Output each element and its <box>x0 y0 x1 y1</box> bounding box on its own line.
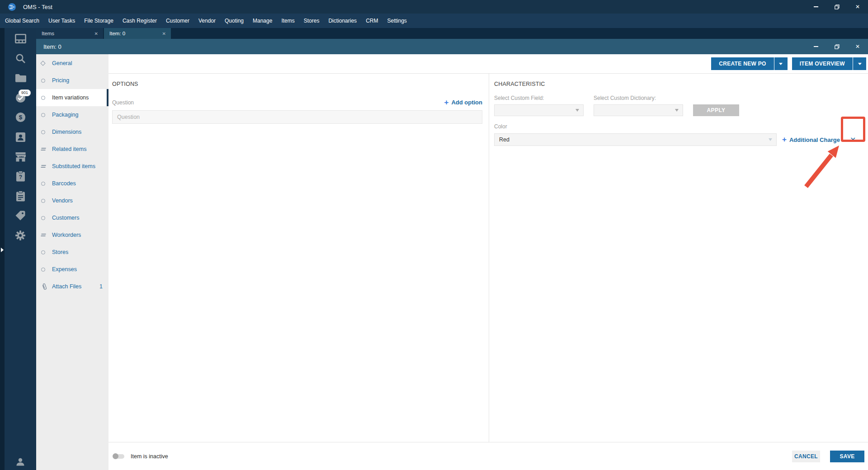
window-titlebar: OMS - Test ✕ <box>0 0 868 14</box>
plus-icon: + <box>444 99 448 106</box>
nav-item-expenses[interactable]: Expenses <box>36 261 108 278</box>
nav-item-pricing[interactable]: Pricing <box>36 72 108 89</box>
save-button[interactable]: SAVE <box>830 451 864 462</box>
color-label: Color <box>494 123 868 130</box>
menu-item-manage[interactable]: Manage <box>248 14 277 28</box>
item-overview-dropdown-icon[interactable] <box>853 57 866 70</box>
nav-item-related-items[interactable]: Related items <box>36 141 108 158</box>
item-overview-split-button: ITEM OVERVIEW <box>792 57 866 70</box>
tags-icon[interactable] <box>5 206 36 226</box>
create-new-po-dropdown-icon[interactable] <box>774 57 788 70</box>
attach-files-count: 1 <box>99 283 103 290</box>
menu-bar: Global SearchUser TasksFile StorageCash … <box>0 14 868 28</box>
chevron-down-icon <box>576 109 579 112</box>
menu-item-global-search[interactable]: Global Search <box>0 14 44 28</box>
circle-icon <box>41 199 52 203</box>
window-title: OMS - Test <box>23 4 52 10</box>
close-icon[interactable]: ✕ <box>847 0 868 14</box>
store-icon[interactable] <box>5 147 36 167</box>
money-icon[interactable]: $ <box>5 108 36 127</box>
color-select-value: Red <box>499 136 509 143</box>
nav-item-label: Pricing <box>52 77 69 84</box>
menu-item-stores[interactable]: Stores <box>299 14 324 28</box>
add-option-link[interactable]: + Add option <box>444 99 482 106</box>
nav-item-workorders[interactable]: Workorders <box>36 226 108 244</box>
tasks-check-icon[interactable]: 901 <box>5 88 36 108</box>
nav-item-customers[interactable]: Customers <box>36 209 108 226</box>
menu-item-quoting[interactable]: Quoting <box>220 14 248 28</box>
subwindow-minimize-icon[interactable] <box>806 39 826 54</box>
search-icon[interactable] <box>5 49 36 69</box>
menu-item-user-tasks[interactable]: User Tasks <box>44 14 80 28</box>
circle-icon <box>41 130 52 134</box>
nav-item-attach-files[interactable]: Attach Files1 <box>36 278 108 295</box>
icon-sidebar: 901$? <box>0 28 36 470</box>
menu-item-dictionaries[interactable]: Dictionaries <box>324 14 361 28</box>
custom-dictionary-select[interactable] <box>594 104 683 116</box>
minimize-icon[interactable] <box>806 0 826 14</box>
nav-item-stores[interactable]: Stores <box>36 244 108 261</box>
remove-characteristic-icon[interactable]: ✕ <box>847 135 859 145</box>
nav-item-dimensions[interactable]: Dimensions <box>36 123 108 141</box>
nav-item-label: Barcodes <box>52 180 76 187</box>
inquiry-clipboard-icon[interactable]: ? <box>5 167 36 187</box>
orders-clipboard-icon[interactable] <box>5 186 36 206</box>
subwindow-restore-icon[interactable] <box>826 39 847 54</box>
dashboard-icon[interactable] <box>5 29 36 49</box>
nav-item-label: Customers <box>52 215 79 221</box>
menu-item-file-storage[interactable]: File Storage <box>80 14 118 28</box>
settings-gear-icon[interactable] <box>5 226 36 245</box>
nav-item-label: Attach Files <box>52 283 81 290</box>
nav-item-vendors[interactable]: Vendors <box>36 192 108 209</box>
tab-close-icon[interactable]: ✕ <box>93 31 99 36</box>
nav-item-item-variations[interactable]: Item variations <box>36 89 108 106</box>
nav-item-general[interactable]: General <box>36 55 108 72</box>
nav-item-substituted-items[interactable]: Substituted items <box>36 158 108 175</box>
color-select[interactable]: Red <box>494 133 777 146</box>
nav-item-barcodes[interactable]: Barcodes <box>36 175 108 192</box>
additional-charge-link[interactable]: + Additional Charge <box>782 136 840 143</box>
nav-item-label: Packaging <box>52 112 78 118</box>
app-logo-icon <box>8 3 16 11</box>
nav-item-label: Dimensions <box>52 129 81 135</box>
paperclip-icon <box>41 283 52 291</box>
item-inactive-toggle[interactable] <box>113 454 124 459</box>
custom-field-select[interactable] <box>494 104 584 116</box>
subwindow-title: Item: 0 <box>43 43 61 50</box>
tab-item-0[interactable]: Item: 0✕ <box>104 28 171 39</box>
tab-items[interactable]: Items✕ <box>36 28 103 39</box>
diamond-icon <box>41 61 52 65</box>
equals-icon <box>41 164 52 169</box>
user-icon[interactable] <box>5 456 36 467</box>
subwindow-close-icon[interactable]: ✕ <box>847 39 868 54</box>
menu-item-settings[interactable]: Settings <box>382 14 411 28</box>
subwindow-titlebar: Item: 0 ✕ <box>36 39 868 54</box>
options-heading: OPTIONS <box>112 81 482 87</box>
notification-badge: 901 <box>19 89 31 96</box>
menu-item-items[interactable]: Items <box>277 14 299 28</box>
menu-item-customer[interactable]: Customer <box>161 14 194 28</box>
characteristic-panel: CHARACTERISTIC Select Custom Field: Sele… <box>489 74 868 442</box>
cancel-button[interactable]: CANCEL <box>792 451 820 462</box>
contacts-icon[interactable] <box>5 127 36 147</box>
menu-item-cash-register[interactable]: Cash Register <box>118 14 161 28</box>
folders-icon[interactable] <box>5 68 36 88</box>
menu-item-crm[interactable]: CRM <box>361 14 382 28</box>
sidebar-collapse-strip[interactable] <box>0 28 5 470</box>
nav-item-packaging[interactable]: Packaging <box>36 106 108 123</box>
options-panel: OPTIONS Question + Add option <box>108 74 489 442</box>
item-overview-button[interactable]: ITEM OVERVIEW <box>792 57 853 70</box>
actions-bar: CREATE NEW PO ITEM OVERVIEW <box>108 54 868 74</box>
nav-item-label: General <box>52 60 72 66</box>
nav-item-label: Stores <box>52 249 68 255</box>
restore-icon[interactable] <box>826 0 847 14</box>
question-input[interactable] <box>112 110 482 124</box>
menu-item-vendor[interactable]: Vendor <box>194 14 220 28</box>
expand-arrow-icon[interactable] <box>1 248 4 252</box>
chevron-down-icon <box>769 138 772 141</box>
tab-close-icon[interactable]: ✕ <box>161 31 167 36</box>
create-new-po-button[interactable]: CREATE NEW PO <box>711 57 774 70</box>
section-nav: GeneralPricingItem variationsPackagingDi… <box>36 54 108 470</box>
characteristic-heading: CHARACTERISTIC <box>494 81 868 87</box>
apply-button[interactable]: APPLY <box>693 104 739 116</box>
